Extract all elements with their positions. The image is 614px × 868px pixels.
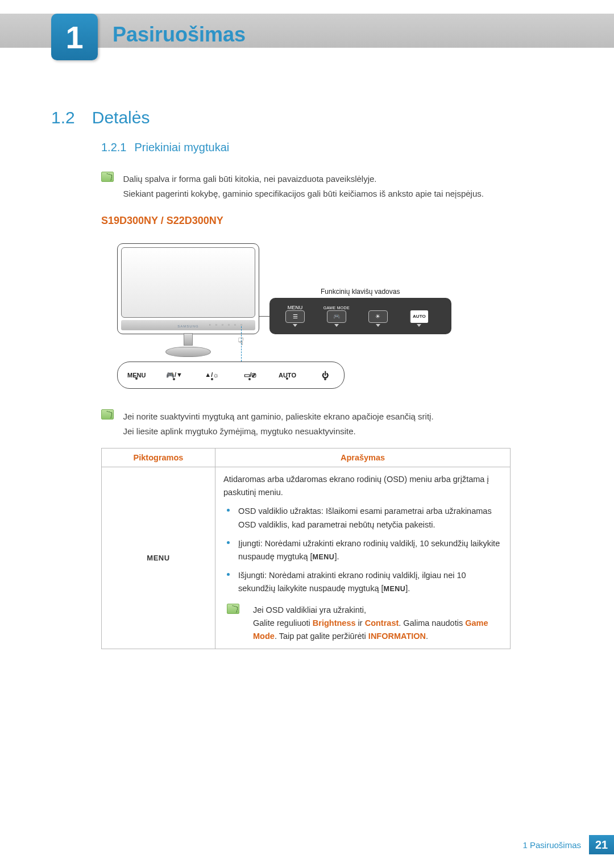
osd-popup: MENU ☰ GAME MODE 🎮 ☀ AUTO <box>269 298 451 334</box>
subsection-title: Priekiniai mygtukai <box>134 141 229 153</box>
triangle-down-icon <box>376 324 380 327</box>
section-number: 1.2 <box>51 108 75 127</box>
monitor-stand <box>165 333 211 357</box>
page-number: 21 <box>589 835 614 854</box>
monitor-illustration: ▫ ▫ ▫ ▫ ▫ ▫ SAMSUNG ☟ Funkcinių klavišų … <box>117 243 475 391</box>
callout-connector <box>259 316 269 317</box>
inner-note-head: Jei OSD valdikliai yra užrakinti, <box>253 605 366 614</box>
brand-label: SAMSUNG <box>177 325 198 328</box>
strip-menu: MENU <box>118 372 155 379</box>
triangle-down-icon <box>417 324 421 327</box>
osd-popup-menu: MENU ☰ <box>275 305 315 327</box>
osd-popup-brightness: ☀ <box>358 305 398 327</box>
menu-label: MENU <box>147 554 169 562</box>
hand-pointer-icon: ☟ <box>238 335 244 348</box>
note-1-line-1: Dalių spalva ir forma gali būti kitokia,… <box>123 174 376 184</box>
contrast-keyword: Contrast <box>365 618 399 628</box>
row1-li2: Įjungti: Norėdami užrakinti ekrano rodin… <box>223 537 502 563</box>
model-heading: S19D300NY / S22D300NY <box>101 215 223 227</box>
osd-popup-gamemode: GAME MODE 🎮 <box>317 305 356 327</box>
row1-li1: OSD valdiklio užraktas: Išlaikomi esami … <box>223 505 502 531</box>
brightness-icon: ☀ <box>368 310 388 323</box>
note-icon <box>101 172 114 182</box>
information-keyword: INFORMATION <box>368 632 426 641</box>
row1-li3: Išjungti: Norėdami atrakinti ekrano rodi… <box>223 569 502 595</box>
table-row: MENU Atidaromas arba uždaromas ekrano ro… <box>102 467 511 649</box>
note-1-line-2: Siekiant pagerinti kokybę, gaminio speci… <box>123 189 484 198</box>
gamepad-icon: 🎮 <box>327 310 346 323</box>
stand-neck <box>184 333 193 346</box>
monitor-screen <box>121 247 255 318</box>
inline-menu-label: MENU <box>384 583 406 595</box>
note-2-line-1: Jei norite suaktyvinti mygtuką ant gamin… <box>123 412 433 421</box>
section-heading: 1.2Detalės <box>51 108 150 127</box>
monitor-outline: ▫ ▫ ▫ ▫ ▫ ▫ SAMSUNG <box>117 243 259 334</box>
menu-icon: ☰ <box>285 310 305 323</box>
chapter-number: 1 <box>65 19 83 56</box>
source-icon: ⎚ <box>252 371 256 379</box>
osd-popup-auto: AUTO <box>399 305 439 327</box>
section-title: Detalės <box>92 108 150 127</box>
strip-power: ⏻ <box>306 371 344 379</box>
strip-auto: AUTO <box>268 372 306 379</box>
bezel-indicators: ▫ ▫ ▫ ▫ ▫ ▫ <box>209 322 244 327</box>
triangle-down-icon <box>293 324 297 327</box>
note-icon <box>227 604 239 614</box>
chapter-number-badge: 1 <box>51 14 98 60</box>
footer-chapter: 1 Pasiruošimas <box>522 840 581 850</box>
note-block-2: Jei norite suaktyvinti mygtuką ant gamin… <box>101 409 529 439</box>
icon-description-table: Piktogramos Aprašymas MENU Atidaromas ar… <box>101 448 511 649</box>
page-footer: 1 Pasiruošimas 21 <box>522 835 614 854</box>
note-2-body: Jei norite suaktyvinti mygtuką ant gamin… <box>123 409 509 439</box>
row1-open-para: Atidaromas arba uždaromas ekrano rodinių… <box>223 473 502 499</box>
row1-inner-note: Jei OSD valdikliai yra užrakinti, Galite… <box>223 604 502 643</box>
note-block-1: Dalių spalva ir forma gali būti kitokia,… <box>101 172 529 201</box>
brightness-icon: ☼ <box>213 371 219 379</box>
table-desc-cell: Atidaromas arba uždaromas ekrano rodinių… <box>215 467 511 649</box>
subsection-number: 1.2.1 <box>101 141 126 153</box>
osd-menu-label: MENU <box>288 305 303 310</box>
table-header-icons: Piktogramos <box>102 448 215 467</box>
strip-up-brightness: ▲/☼ <box>193 371 231 379</box>
table-icon-cell: MENU <box>102 467 215 649</box>
strip-source: ▭/⎚ <box>231 371 268 379</box>
note-1-body: Dalių spalva ir forma gali būti kitokia,… <box>123 172 509 201</box>
osd-gamemode-label: GAME MODE <box>323 306 350 310</box>
stand-base <box>165 347 211 357</box>
button-strip: MENU 🎮/▼ ▲/☼ ▭/⎚ AUTO ⏻ <box>117 362 345 389</box>
brightness-keyword: Brightness <box>313 618 356 628</box>
guide-label: Funkcinių klavišų vadovas <box>321 288 400 296</box>
triangle-down-icon <box>334 324 339 327</box>
table-header-desc: Aprašymas <box>215 448 511 467</box>
subsection-heading: 1.2.1Priekiniai mygtukai <box>101 141 229 154</box>
strip-game-down: 🎮/▼ <box>155 371 193 379</box>
auto-icon: AUTO <box>409 310 429 323</box>
chapter-title: Pasiruošimas <box>113 23 246 47</box>
note-icon <box>101 409 114 420</box>
note-2-line-2: Jei liesite aplink mygtuko žymėjimą, myg… <box>123 426 355 436</box>
inline-menu-label: MENU <box>313 551 335 563</box>
